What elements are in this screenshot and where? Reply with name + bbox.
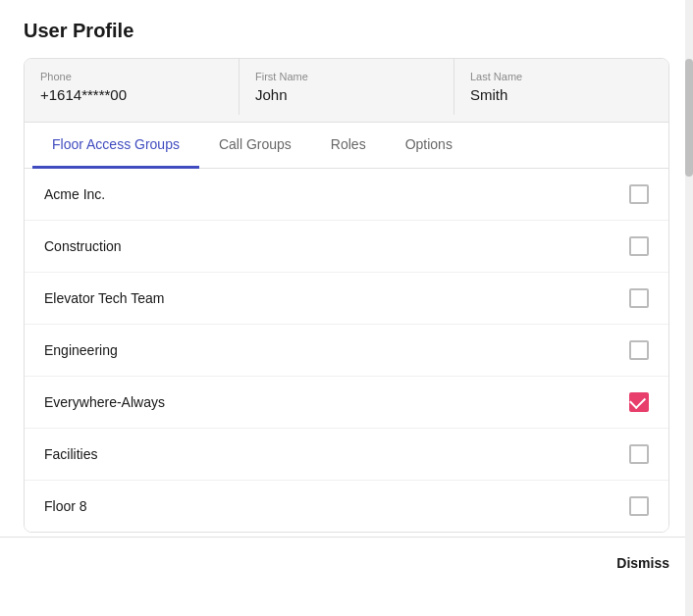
group-name: Floor 8 bbox=[44, 498, 87, 514]
main-card: Phone +1614*****00 First Name John Last … bbox=[24, 58, 669, 533]
phone-value: +1614*****00 bbox=[40, 86, 223, 103]
last-name-field: Last Name Smith bbox=[454, 59, 668, 115]
scrollbar-track[interactable] bbox=[685, 0, 693, 616]
first-name-value: John bbox=[255, 86, 438, 103]
group-checkbox[interactable] bbox=[629, 496, 649, 516]
last-name-label: Last Name bbox=[470, 71, 653, 82]
tab-options[interactable]: Options bbox=[386, 123, 472, 169]
group-row[interactable]: Everywhere-Always bbox=[25, 377, 668, 429]
group-row[interactable]: Construction bbox=[25, 221, 668, 273]
group-checkbox[interactable] bbox=[629, 444, 649, 464]
last-name-value: Smith bbox=[470, 86, 653, 103]
phone-label: Phone bbox=[40, 71, 223, 82]
group-name: Elevator Tech Team bbox=[44, 290, 164, 306]
group-name: Engineering bbox=[44, 342, 118, 358]
group-row[interactable]: Acme Inc. bbox=[25, 169, 668, 221]
group-name: Acme Inc. bbox=[44, 186, 105, 202]
group-checkbox[interactable] bbox=[629, 392, 649, 412]
group-checkbox[interactable] bbox=[629, 340, 649, 360]
first-name-label: First Name bbox=[255, 71, 438, 82]
dismiss-button[interactable]: Dismiss bbox=[616, 551, 669, 575]
group-checkbox[interactable] bbox=[629, 184, 649, 204]
phone-field: Phone +1614*****00 bbox=[25, 59, 240, 115]
group-row[interactable]: Engineering bbox=[25, 325, 668, 377]
user-info-row: Phone +1614*****00 First Name John Last … bbox=[25, 59, 668, 115]
group-name: Everywhere-Always bbox=[44, 394, 165, 410]
group-checkbox[interactable] bbox=[629, 288, 649, 308]
group-name: Construction bbox=[44, 238, 122, 254]
page-title: User Profile bbox=[0, 0, 693, 58]
tabs-row: Floor Access Groups Call Groups Roles Op… bbox=[25, 123, 668, 169]
footer: Dismiss bbox=[0, 537, 693, 589]
group-name: Facilities bbox=[44, 446, 97, 462]
group-row[interactable]: Floor 8 bbox=[25, 481, 668, 532]
group-row[interactable]: Facilities bbox=[25, 429, 668, 481]
tab-call-groups[interactable]: Call Groups bbox=[199, 123, 311, 169]
tab-floor-access-groups[interactable]: Floor Access Groups bbox=[32, 123, 199, 169]
groups-list: Acme Inc.ConstructionElevator Tech TeamE… bbox=[25, 169, 668, 532]
group-checkbox[interactable] bbox=[629, 236, 649, 256]
divider bbox=[25, 115, 668, 123]
group-row[interactable]: Elevator Tech Team bbox=[25, 273, 668, 325]
first-name-field: First Name John bbox=[240, 59, 454, 115]
tab-roles[interactable]: Roles bbox=[311, 123, 386, 169]
scrollbar-thumb[interactable] bbox=[685, 59, 693, 177]
